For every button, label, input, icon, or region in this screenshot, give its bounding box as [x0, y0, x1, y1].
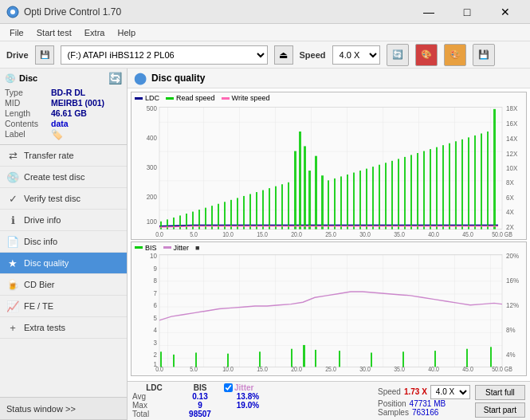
disc-info-icon: 📄 — [6, 235, 19, 248]
sidebar-item-transfer-rate[interactable]: ⇄ Transfer rate — [0, 145, 127, 167]
color-button2[interactable]: 🎨 — [444, 44, 466, 66]
svg-rect-67 — [404, 157, 406, 230]
maximize-button[interactable]: □ — [449, 0, 485, 24]
minimize-button[interactable]: — — [410, 0, 447, 24]
menu-extra[interactable]: Extra — [78, 26, 112, 39]
disc-panel-title: Disc — [19, 73, 37, 83]
sidebar-item-disc-info[interactable]: 📄 Disc info — [0, 231, 127, 253]
disc-label-row: Label 🏷️ — [5, 129, 122, 140]
svg-rect-43 — [256, 192, 257, 230]
position-val: 47731 MB — [410, 399, 446, 408]
disc-panel: 💿 Disc 🔄 Type BD-R DL MID MEIRB1 (001) L… — [0, 69, 127, 145]
svg-text:16X: 16X — [506, 119, 517, 128]
svg-rect-77 — [468, 137, 469, 229]
svg-rect-44 — [262, 190, 264, 230]
save-button[interactable]: 💾 — [473, 44, 495, 66]
svg-text:35.0: 35.0 — [394, 231, 405, 239]
svg-text:10.0: 10.0 — [222, 231, 234, 239]
close-button[interactable]: ✕ — [487, 0, 524, 24]
svg-rect-53 — [315, 156, 317, 230]
start-full-button[interactable]: Start full — [475, 385, 525, 400]
svg-rect-111 — [195, 352, 197, 367]
svg-rect-29 — [167, 219, 168, 229]
sidebar-item-verify-test-disc[interactable]: ✓ Verify test disc — [0, 188, 127, 210]
disc-type-row: Type BD-R DL — [5, 88, 122, 97]
stat-max-bis: 9 — [176, 401, 224, 410]
svg-text:40.0: 40.0 — [428, 231, 439, 239]
fe-te-icon: 📈 — [6, 300, 19, 312]
sidebar-item-disc-quality[interactable]: ★ Disc quality — [0, 253, 127, 274]
refresh-drive-button[interactable]: 🔄 — [387, 44, 409, 66]
jitter-label: Jitter — [234, 383, 253, 392]
title-bar: Opti Drive Control 1.70 — □ ✕ — [0, 0, 530, 24]
svg-text:20%: 20% — [506, 251, 519, 260]
app-icon — [6, 6, 19, 18]
svg-text:12X: 12X — [506, 149, 517, 158]
position-label: Position — [378, 399, 406, 408]
svg-text:500: 500 — [147, 104, 157, 113]
legend-jitter-label: Jitter — [174, 244, 190, 252]
sidebar-item-extra-tests[interactable]: + Extra tests — [0, 317, 127, 339]
disc-header: 💿 Disc 🔄 — [5, 72, 122, 84]
action-buttons: Start full Start part — [475, 385, 525, 418]
eject-button[interactable]: ⏏ — [274, 45, 293, 65]
extra-tests-icon: + — [6, 321, 19, 334]
speed-select[interactable]: 4.0 X — [332, 45, 380, 65]
svg-text:16%: 16% — [506, 277, 519, 285]
menu-bar: File Start test Extra Help — [0, 24, 530, 41]
sidebar-item-label: Disc info — [24, 237, 57, 246]
sidebar-item-cd-bier[interactable]: 🍺 CD Bier — [0, 274, 127, 296]
menu-file[interactable]: File — [3, 26, 30, 39]
disc-refresh-icon[interactable]: 🔄 — [108, 72, 122, 84]
cd-bier-icon: 🍺 — [6, 278, 19, 291]
svg-text:0.0: 0.0 — [155, 231, 163, 239]
status-window-button[interactable]: Status window >> — [0, 398, 127, 420]
samples-val: 763166 — [412, 408, 438, 417]
svg-rect-78 — [474, 135, 476, 230]
start-part-button[interactable]: Start part — [475, 402, 525, 418]
menu-start-test[interactable]: Start test — [30, 26, 78, 39]
disc-length-val: 46.61 GB — [51, 108, 87, 118]
svg-rect-50 — [299, 131, 301, 230]
svg-rect-28 — [160, 222, 162, 230]
content-title: Disc quality — [151, 73, 205, 84]
drive-icon-btn[interactable]: 💾 — [35, 45, 54, 65]
chart2-mark: ■ — [195, 244, 199, 252]
stat-avg-bis: 0.13 — [176, 392, 224, 401]
menu-help[interactable]: Help — [111, 26, 142, 39]
verify-test-disc-icon: ✓ — [6, 192, 19, 205]
svg-rect-76 — [461, 139, 463, 230]
stats-right: Speed 1.73 X 4.0 X Position 47731 MB Sam… — [378, 385, 525, 418]
svg-rect-79 — [481, 133, 482, 229]
svg-text:8%: 8% — [506, 326, 516, 335]
svg-text:12%: 12% — [506, 301, 519, 310]
svg-text:18X: 18X — [506, 104, 517, 113]
svg-text:25.0: 25.0 — [325, 231, 336, 239]
svg-text:6: 6 — [154, 301, 158, 310]
svg-text:20.0: 20.0 — [291, 366, 302, 374]
svg-text:50.0 GB: 50.0 GB — [492, 231, 512, 239]
svg-rect-109 — [160, 351, 162, 367]
speed-select-stat[interactable]: 4.0 X — [430, 385, 470, 399]
jitter-checkbox[interactable] — [224, 383, 233, 392]
position-row: Position 47731 MB — [378, 399, 470, 408]
sidebar-item-fe-te[interactable]: 📈 FE / TE — [0, 296, 127, 317]
disc-type-key: Type — [5, 88, 51, 97]
svg-text:50.0 GB: 50.0 GB — [492, 366, 512, 374]
sidebar-item-label: Drive info — [24, 215, 61, 225]
drive-info-icon: ℹ — [6, 214, 19, 226]
window-controls: — □ ✕ — [410, 0, 524, 24]
svg-rect-65 — [391, 161, 393, 230]
svg-text:14X: 14X — [506, 135, 517, 143]
svg-rect-38 — [224, 202, 226, 229]
sidebar-item-drive-info[interactable]: ℹ Drive info — [0, 210, 127, 231]
svg-text:100: 100 — [147, 218, 157, 226]
content-header-icon: ⬤ — [134, 72, 147, 84]
content-header: ⬤ Disc quality — [128, 69, 530, 88]
drive-select[interactable]: (F:) ATAPI iHBS112 2 PL06 — [61, 45, 268, 65]
svg-rect-49 — [294, 151, 296, 230]
svg-rect-58 — [347, 175, 348, 230]
sidebar-item-create-test-disc[interactable]: 💿 Create test disc — [0, 167, 127, 188]
svg-rect-60 — [359, 171, 361, 230]
color-button1[interactable]: 🎨 — [415, 44, 438, 66]
